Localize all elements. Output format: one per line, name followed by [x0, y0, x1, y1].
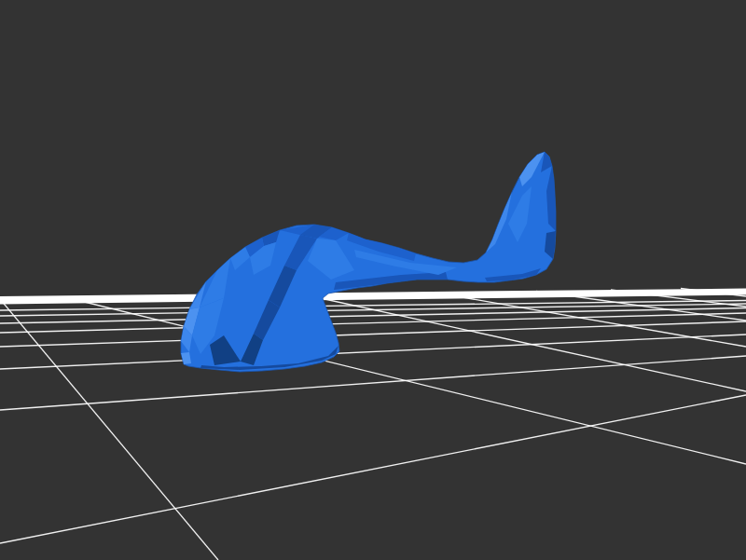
- scene-canvas[interactable]: [0, 0, 746, 560]
- 3d-viewport[interactable]: [0, 0, 746, 560]
